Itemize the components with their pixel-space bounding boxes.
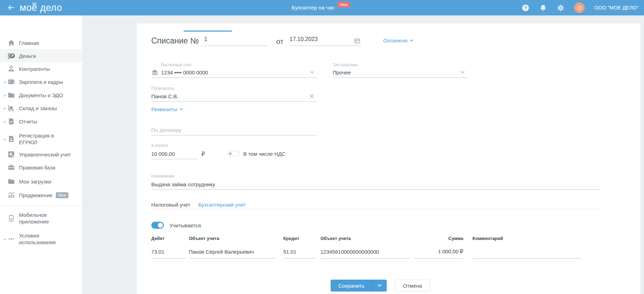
uploads-folder-icon bbox=[7, 177, 15, 186]
col-header-debit: Дебет bbox=[151, 236, 165, 241]
debit-object-input[interactable] bbox=[189, 247, 276, 259]
date-prefix: от bbox=[276, 37, 284, 46]
col-header-amount: Сумма bbox=[448, 236, 463, 241]
sidebar: Главная ₽ Деньги Контрагенты + Зарплата … bbox=[0, 15, 82, 294]
svg-text:?: ? bbox=[524, 5, 527, 10]
accounted-label: Учитывается bbox=[170, 222, 201, 228]
sidebar-item-contractors[interactable]: Контрагенты bbox=[0, 62, 82, 75]
clear-x-icon[interactable] bbox=[309, 94, 314, 99]
sidebar-item-mobile-app[interactable]: Мобильное приложение bbox=[0, 209, 82, 227]
company-name[interactable]: ООО "МОЕ ДЕЛО" bbox=[594, 5, 638, 11]
recipient-label: Получатель bbox=[151, 86, 174, 91]
cancel-button[interactable]: Отмена bbox=[395, 280, 430, 292]
payment-type-select[interactable]: Прочее bbox=[333, 67, 467, 78]
chevron-down-icon bbox=[378, 284, 382, 287]
chevron-down-icon bbox=[179, 108, 183, 111]
tab-accounting[interactable]: Бухгалтерский учет bbox=[198, 202, 246, 208]
currency-sign: ₽ bbox=[201, 151, 205, 157]
svg-text:₽: ₽ bbox=[9, 152, 12, 156]
expand-plus[interactable]: + bbox=[3, 79, 6, 85]
accountant-per-hour-link[interactable]: Бухгалтер на час bbox=[292, 5, 335, 11]
chevron-down-icon bbox=[310, 71, 314, 74]
expand-plus[interactable]: + bbox=[3, 119, 6, 125]
status-dropdown[interactable]: Оплачено bbox=[383, 38, 413, 44]
purpose-input[interactable] bbox=[151, 179, 601, 190]
idcard-icon bbox=[7, 78, 15, 86]
app-logo[interactable]: мое дело bbox=[20, 2, 62, 13]
bank-icon bbox=[151, 69, 158, 76]
vat-toggle[interactable] bbox=[227, 151, 239, 156]
sidebar-item-home[interactable]: Главная bbox=[0, 36, 82, 49]
chevron-down-icon bbox=[460, 71, 465, 74]
back-button[interactable] bbox=[6, 2, 16, 13]
save-button[interactable]: Сохранить bbox=[331, 280, 372, 292]
sidebar-divider bbox=[0, 205, 82, 206]
credit-account-input[interactable] bbox=[283, 247, 316, 259]
col-header-credit: Кредит bbox=[283, 236, 299, 241]
credit-object-input[interactable] bbox=[320, 247, 411, 259]
money-icon: ₽ bbox=[7, 52, 15, 60]
sidebar-item-salary-hr[interactable]: + Зарплата и кадры bbox=[0, 75, 82, 88]
expand-plus[interactable]: + bbox=[3, 236, 6, 242]
row-comment-input[interactable] bbox=[472, 247, 581, 259]
save-dropdown-button[interactable] bbox=[372, 280, 387, 292]
amount-input[interactable] bbox=[151, 148, 198, 159]
recipient-value: Панов С.В. bbox=[151, 93, 178, 99]
expand-plus[interactable]: + bbox=[3, 136, 6, 142]
document-date-input[interactable] bbox=[290, 34, 361, 46]
tabbar: Налоговый учет Бухгалтерский учет bbox=[151, 202, 601, 209]
person-icon bbox=[7, 65, 15, 73]
account-value: 1234 •••• 0000 0000 bbox=[161, 69, 208, 75]
document-title: Списание № bbox=[151, 36, 199, 46]
sidebar-item-warehouse-orders[interactable]: + Склад и заказы bbox=[0, 101, 82, 115]
topbar-right: ? O ООО "МОЕ ДЕЛО" bbox=[522, 2, 644, 13]
mobile-phone-icon bbox=[7, 214, 15, 222]
toggle-knob bbox=[158, 223, 163, 228]
debit-account-input[interactable] bbox=[151, 247, 185, 259]
expand-plus[interactable]: + bbox=[3, 92, 6, 98]
folder-icon bbox=[7, 91, 15, 99]
help-icon[interactable]: ? bbox=[522, 4, 530, 12]
payment-type-label: Тип платежа bbox=[333, 62, 357, 67]
sidebar-item-money[interactable]: ₽ Деньги bbox=[0, 49, 82, 62]
purpose-label: Назначение bbox=[151, 174, 175, 179]
toggle-knob bbox=[229, 152, 232, 155]
new-badge: New bbox=[338, 2, 350, 7]
sidebar-item-my-uploads[interactable]: Мои загрузки bbox=[0, 175, 82, 188]
bell-icon[interactable] bbox=[539, 4, 547, 12]
report-check-icon bbox=[7, 117, 15, 126]
topbar-center: Бухгалтер на час New bbox=[292, 0, 350, 15]
accounted-toggle[interactable] bbox=[151, 222, 164, 229]
col-header-credit-object: Объект учета bbox=[320, 236, 351, 241]
gear-icon[interactable] bbox=[557, 4, 565, 12]
svg-text:₽: ₽ bbox=[11, 54, 14, 58]
sidebar-item-promotion[interactable]: Продвижение New bbox=[0, 188, 82, 202]
home-icon bbox=[7, 39, 15, 47]
account-select[interactable]: 1234 •••• 0000 0000 bbox=[151, 67, 317, 78]
requisites-link[interactable]: Реквизиты bbox=[151, 106, 183, 112]
document-number-input[interactable] bbox=[201, 34, 269, 46]
promotion-chart-icon bbox=[7, 191, 15, 199]
recipient-field[interactable]: Панов С.В. bbox=[151, 91, 317, 102]
sidebar-item-egrul-registration[interactable]: + Регистрация в ЕГРЮЛ bbox=[0, 130, 82, 148]
sidebar-item-reports[interactable]: + Отчеты bbox=[0, 115, 82, 128]
sidebar-item-management-accounting[interactable]: ₽ Управленческий учет bbox=[0, 148, 82, 161]
tab-tax-accounting[interactable]: Налоговый учет bbox=[151, 202, 190, 208]
ruble-chart-icon: ₽ bbox=[7, 150, 15, 159]
ellipsis-icon bbox=[7, 235, 15, 243]
calendar-icon[interactable] bbox=[354, 38, 360, 44]
sidebar-item-legal-base[interactable]: Правовая база bbox=[0, 161, 82, 174]
topbar: мое дело Бухгалтер на час New ? bbox=[0, 0, 644, 15]
vat-label: В том числе НДС bbox=[243, 151, 285, 157]
avatar[interactable]: O bbox=[574, 2, 585, 13]
row-amount-input[interactable] bbox=[415, 247, 463, 259]
promotion-new-badge: New bbox=[56, 192, 68, 198]
active-tab-indicator bbox=[184, 31, 232, 32]
sidebar-item-terms-of-use[interactable]: + Условия использования bbox=[0, 230, 82, 248]
registration-doc-icon bbox=[7, 135, 15, 143]
col-header-comment: Комментарий bbox=[472, 236, 503, 241]
contract-input[interactable] bbox=[151, 125, 317, 135]
expand-plus[interactable]: + bbox=[3, 105, 6, 111]
sidebar-item-documents-edo[interactable]: + Документы и ЭДО bbox=[0, 88, 82, 102]
arrow-left-icon bbox=[7, 4, 15, 12]
